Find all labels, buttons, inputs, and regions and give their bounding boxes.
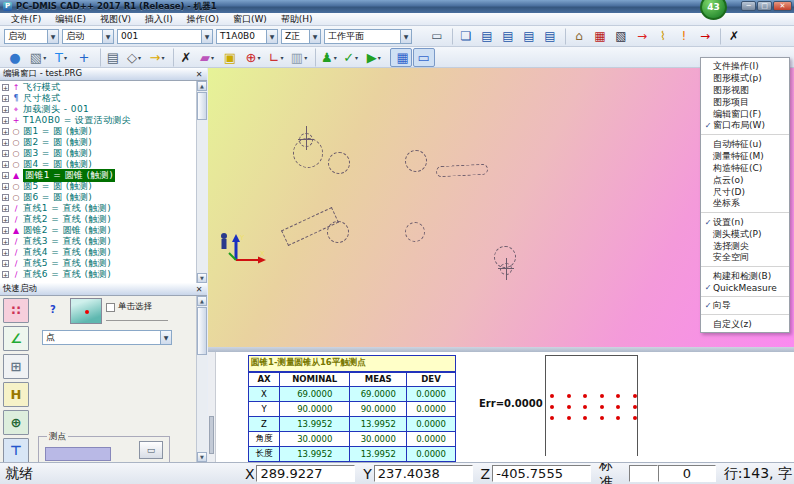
expand-icon[interactable]: + — [2, 216, 9, 223]
goto-position-icon[interactable]: → ▾ — [146, 48, 168, 67]
scroll-down-icon[interactable]: ▼ — [197, 273, 207, 283]
plane-feature-icon[interactable]: ▰ ▾ — [196, 48, 218, 67]
expand-icon[interactable]: + — [2, 205, 9, 212]
expand-icon[interactable]: + — [2, 84, 9, 91]
menu-item[interactable]: 编辑(E) — [48, 14, 93, 24]
expand-icon[interactable]: + — [2, 172, 9, 179]
report-scrollbar[interactable] — [208, 352, 216, 462]
context-menu-item[interactable]: ✓ 图形视图 — [701, 84, 789, 96]
expand-icon[interactable]: + — [2, 183, 9, 190]
report-window-icon[interactable]: ▤ — [477, 28, 497, 45]
menu-item[interactable]: 插入(I) — [138, 14, 180, 24]
context-menu-item[interactable]: ✓ 测量特征(M) — [701, 150, 789, 162]
qs-alignment-icon[interactable]: ∠ — [3, 326, 29, 351]
expand-icon[interactable]: + — [2, 260, 9, 267]
context-menu-item[interactable]: ✓ 构建和检测(B) — [701, 270, 789, 282]
close-icon[interactable]: ✕ — [194, 285, 204, 294]
operator-icon[interactable]: ♟ ▾ — [315, 48, 339, 67]
expand-icon[interactable]: + — [2, 139, 9, 146]
combo-active-tip[interactable]: T1A0B0 ▼ — [216, 29, 278, 44]
expand-icon[interactable]: + — [2, 161, 9, 168]
chevron-down-icon[interactable]: ▾ — [138, 54, 141, 61]
combo-probe-file[interactable]: 001 ▼ — [117, 29, 213, 44]
report-window-icon[interactable]: ▤ — [519, 28, 539, 45]
tree-item[interactable]: + ∕ 直线6 = 直线 (触测) — [0, 269, 196, 280]
help-icon[interactable]: ? — [50, 304, 56, 315]
expand-icon[interactable]: + — [2, 117, 9, 124]
edit-window-toggle-icon[interactable]: ▦ ▾ — [390, 48, 412, 67]
path-lines-icon[interactable]: ⌇ — [653, 28, 673, 45]
tree-scrollbar[interactable]: ▲ ▼ — [196, 81, 207, 283]
report-template-icon[interactable]: ▦ — [590, 28, 610, 45]
expand-icon[interactable]: + — [2, 271, 9, 278]
new-window-icon[interactable]: ▭ — [427, 28, 447, 45]
alignment-axes-icon[interactable]: ∟ ▾ — [265, 48, 287, 67]
value-field[interactable] — [45, 447, 111, 461]
view-setup-icon[interactable]: ▧ ▾ — [27, 48, 49, 67]
scrollbar-thumb[interactable] — [197, 307, 207, 355]
cascade-windows-icon[interactable]: ❏ — [452, 28, 476, 45]
chevron-down-icon[interactable]: ▾ — [355, 54, 358, 61]
menu-item[interactable]: 窗口(W) — [226, 14, 274, 24]
expand-icon[interactable]: + — [2, 128, 9, 135]
chevron-down-icon[interactable]: ▾ — [304, 54, 307, 61]
context-menu-item[interactable]: ✓ 图形模式(p) — [701, 72, 789, 84]
context-menu-item[interactable]: ✓ 窗口布局(W) — [701, 120, 789, 135]
execute-check-icon[interactable]: ✓ ▾ — [340, 48, 362, 67]
scroll-up-icon[interactable]: ▲ — [197, 81, 207, 91]
chevron-down-icon[interactable]: ▾ — [64, 54, 67, 61]
expand-icon[interactable]: + — [2, 227, 9, 234]
edit-report-icon[interactable]: ▧ — [611, 28, 631, 45]
cad-circle-feature[interactable] — [327, 221, 349, 243]
chevron-down-icon[interactable]: ▾ — [280, 54, 283, 61]
chevron-down-icon[interactable]: ▼ — [201, 30, 212, 43]
pan-view-icon[interactable]: + ▾ — [73, 48, 95, 67]
chevron-down-icon[interactable]: ▼ — [400, 30, 411, 43]
program-pages-icon[interactable]: ▥ ▾ — [288, 48, 310, 67]
chevron-down-icon[interactable]: ▾ — [161, 54, 164, 61]
close-button[interactable]: ✕ — [773, 1, 792, 11]
quick-start-scrollbar[interactable]: ▲ ▼ — [196, 296, 207, 462]
expand-icon[interactable]: + — [2, 150, 9, 157]
checkbox-icon[interactable] — [106, 303, 115, 312]
quick-fixture-icon[interactable]: ✗ ▾ — [173, 48, 195, 67]
feature-preview-image[interactable] — [70, 298, 102, 324]
combo-view-direction[interactable]: Z正 ▼ — [281, 29, 321, 44]
report-window-icon[interactable]: ▤ — [540, 28, 560, 45]
graphic-item-icon[interactable]: ● ▾ — [4, 48, 26, 67]
auto-feature-icon[interactable]: ▣ ▾ — [219, 48, 241, 67]
context-menu-item[interactable]: ✓ 坐标系 — [701, 198, 789, 213]
probe-mode-icon[interactable]: T ▾ — [50, 48, 72, 67]
context-menu-item[interactable]: ✓ QuickMeasure — [701, 282, 789, 297]
report-window-toggle-icon[interactable]: ▭ ▾ — [413, 48, 435, 67]
cad-circle-feature[interactable] — [328, 152, 350, 174]
menu-item[interactable]: 操作(O) — [180, 14, 226, 24]
context-menu-item[interactable]: ✓ 向导 — [701, 300, 789, 315]
context-menu-item[interactable]: ✓ 安全空间 — [701, 252, 789, 267]
chevron-down-icon[interactable]: ▾ — [334, 54, 337, 61]
export-excel-icon[interactable]: → — [695, 28, 715, 45]
expand-icon[interactable]: + — [2, 95, 9, 102]
qs-dimension-icon[interactable]: H — [3, 382, 29, 407]
expand-icon[interactable]: + — [2, 194, 9, 201]
context-menu-item[interactable]: ✓ 自动特征(u) — [701, 138, 789, 150]
cad-report-icon[interactable]: ⌂ — [565, 28, 589, 45]
chevron-down-icon[interactable]: ▾ — [378, 54, 381, 61]
marked-sets-icon[interactable]: → — [632, 28, 652, 45]
combo-work-plane[interactable]: 工作平面 ▼ — [324, 29, 412, 44]
chevron-down-icon[interactable]: ▼ — [102, 30, 113, 43]
qs-calibrate-icon[interactable]: ⊞ — [3, 354, 29, 379]
context-menu-item[interactable]: ✓ 图形项目 — [701, 96, 789, 108]
preview-button[interactable]: ▭ — [139, 441, 163, 459]
chevron-down-icon[interactable]: ▼ — [309, 30, 320, 43]
context-menu-item[interactable]: ✓ 文件操作(I) — [701, 60, 789, 72]
chevron-down-icon[interactable]: ▾ — [257, 54, 260, 61]
cad-slot-feature[interactable] — [436, 164, 489, 178]
context-menu-item[interactable]: ✓ 设置(n) — [701, 216, 789, 228]
expand-icon[interactable]: + — [2, 106, 9, 113]
cad-circle-feature[interactable] — [405, 150, 427, 172]
combo-execution-mode[interactable]: 启动 ▼ — [4, 29, 59, 44]
qs-measure-points-icon[interactable]: ∷ — [3, 298, 29, 323]
scroll-up-icon[interactable]: ▲ — [197, 296, 207, 306]
context-menu-item[interactable]: ✓ 构造特征(C) — [701, 162, 789, 174]
